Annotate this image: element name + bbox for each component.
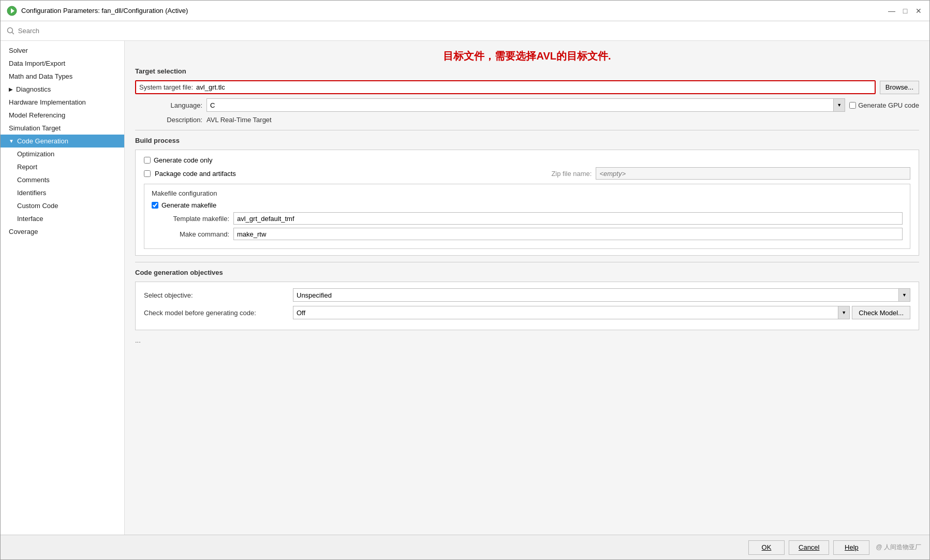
divider-1 [135, 130, 919, 130]
sidebar-item-math-data-types[interactable]: Math and Data Types [1, 70, 124, 83]
sidebar-item-code-generation[interactable]: ▼ Code Generation [1, 135, 124, 148]
sidebar-item-interface[interactable]: Interface [1, 212, 124, 225]
check-model-arrow[interactable]: ▼ [838, 306, 849, 319]
sidebar-item-model-referencing[interactable]: Model Referencing [1, 109, 124, 122]
sidebar-item-data-import-export[interactable]: Data Import/Export [1, 57, 124, 70]
check-model-label: Check model before generating code: [144, 309, 289, 317]
sidebar-label-coverage: Coverage [9, 228, 38, 235]
template-makefile-row: Template makefile: [152, 212, 903, 225]
target-selection-title: Target selection [135, 67, 919, 75]
make-command-input[interactable] [233, 228, 903, 240]
browse-button[interactable]: Browse... [880, 81, 919, 94]
target-selection-section: Target selection System target file: Bro… [135, 67, 919, 124]
zip-file-label: Zip file name: [551, 170, 592, 178]
make-command-label: Make command: [152, 230, 229, 238]
system-target-file-input[interactable] [196, 83, 872, 91]
sidebar-label-optimization: Optimization [17, 150, 54, 158]
select-objective-label: Select objective: [144, 291, 289, 299]
template-makefile-input[interactable] [233, 212, 903, 225]
sidebar-item-custom-code[interactable]: Custom Code [1, 199, 124, 212]
description-row: Description: AVL Real-Time Target [135, 116, 919, 124]
check-model-select[interactable]: Off On [293, 306, 838, 319]
sidebar-item-hardware-implementation[interactable]: Hardware Implementation [1, 96, 124, 109]
sidebar-label-diagnostics: Diagnostics [16, 85, 51, 93]
generate-code-only-row: Generate code only [144, 156, 910, 164]
description-label: Description: [135, 116, 202, 124]
language-dropdown-arrow[interactable]: ▼ [833, 99, 845, 111]
main-window: Configuration Parameters: fan_dll/Config… [0, 0, 930, 560]
select-objective-arrow[interactable]: ▼ [898, 289, 910, 301]
sidebar-label-data-import-export: Data Import/Export [9, 60, 65, 67]
generate-code-only-checkbox[interactable] [144, 157, 151, 164]
select-objective-container: Unspecified ▼ [293, 288, 910, 302]
sidebar-label-report: Report [17, 163, 37, 171]
title-bar-left: Configuration Parameters: fan_dll/Config… [7, 6, 188, 16]
search-input[interactable] [18, 27, 923, 35]
system-target-file-row: System target file: [135, 80, 876, 94]
system-target-file-label: System target file: [139, 83, 193, 91]
sidebar-label-model-referencing: Model Referencing [9, 111, 65, 119]
zip-file-input[interactable] [596, 167, 910, 180]
maximize-button[interactable]: □ [901, 6, 910, 16]
package-code-row: Package code and artifacts Zip file name… [144, 167, 910, 180]
title-bar: Configuration Parameters: fan_dll/Config… [1, 1, 929, 21]
expand-icon-code-generation: ▼ [9, 138, 14, 144]
divider-2 [135, 262, 919, 262]
sidebar-label-hardware-implementation: Hardware Implementation [9, 98, 86, 106]
check-model-button[interactable]: Check Model... [852, 306, 910, 319]
sidebar-label-solver: Solver [9, 47, 28, 54]
package-code-label: Package code and artifacts [155, 170, 236, 178]
title-controls: — □ ✕ [887, 6, 923, 16]
sidebar-item-optimization[interactable]: Optimization [1, 148, 124, 160]
help-button[interactable]: Help [833, 540, 869, 555]
language-label: Language: [135, 101, 202, 109]
package-code-checkbox[interactable] [144, 170, 151, 177]
makefile-config-title: Makefile configuration [152, 189, 903, 197]
sidebar-label-interface: Interface [17, 215, 43, 223]
ellipsis-text: ... [135, 336, 919, 344]
close-button[interactable]: ✕ [914, 6, 923, 16]
app-icon [7, 6, 17, 16]
sidebar-item-identifiers[interactable]: Identifiers [1, 186, 124, 199]
content-area: 目标文件，需要选择AVL的目标文件. Target selection Syst… [125, 41, 929, 535]
annotation-text: 目标文件，需要选择AVL的目标文件. [135, 49, 919, 63]
language-select-container: C C++ ▼ [206, 98, 845, 112]
generate-makefile-checkbox[interactable] [152, 202, 158, 209]
generate-gpu-checkbox[interactable] [849, 102, 856, 109]
select-objective-wrapper: Unspecified ▼ [293, 288, 910, 302]
search-icon [7, 27, 15, 35]
objectives-section: Code generation objectives Select object… [135, 269, 919, 330]
select-objective-row: Select objective: Unspecified ▼ [144, 288, 910, 302]
cancel-button[interactable]: Cancel [789, 540, 829, 555]
sidebar-item-solver[interactable]: Solver [1, 44, 124, 57]
sidebar-item-comments[interactable]: Comments [1, 173, 124, 186]
template-makefile-label: Template makefile: [152, 215, 229, 223]
language-row: Language: C C++ ▼ Generate GPU code [135, 98, 919, 112]
description-value: AVL Real-Time Target [206, 116, 272, 124]
makefile-section: Makefile configuration Generate makefile… [144, 184, 910, 249]
sidebar-label-custom-code: Custom Code [17, 202, 58, 210]
sidebar-item-diagnostics[interactable]: ▶ Diagnostics [1, 83, 124, 96]
sidebar-item-report[interactable]: Report [1, 160, 124, 173]
search-bar [1, 21, 929, 41]
svg-line-3 [12, 32, 13, 34]
window-title: Configuration Parameters: fan_dll/Config… [21, 7, 188, 14]
select-objective-select[interactable]: Unspecified [293, 289, 898, 301]
sidebar-item-simulation-target[interactable]: Simulation Target [1, 122, 124, 135]
expand-icon-diagnostics: ▶ [9, 86, 13, 92]
check-model-wrapper: Off On ▼ Check Model... [293, 306, 910, 319]
sidebar-label-math-data-types: Math and Data Types [9, 72, 72, 80]
build-section-container: Generate code only Package code and arti… [135, 150, 919, 256]
language-select-wrapper: C C++ ▼ Generate GPU code [206, 98, 919, 112]
language-select[interactable]: C C++ [207, 99, 833, 111]
generate-makefile-label: Generate makefile [161, 201, 216, 209]
sidebar: Solver Data Import/Export Math and Data … [1, 41, 125, 535]
check-model-row: Check model before generating code: Off … [144, 306, 910, 319]
minimize-button[interactable]: — [887, 6, 896, 16]
ok-button[interactable]: OK [748, 540, 785, 555]
svg-point-2 [7, 27, 12, 33]
sidebar-label-code-generation: Code Generation [17, 137, 68, 145]
sidebar-item-coverage[interactable]: Coverage [1, 225, 124, 238]
build-process-section: Build process Generate code only Package… [135, 137, 919, 256]
sidebar-label-comments: Comments [17, 176, 50, 184]
